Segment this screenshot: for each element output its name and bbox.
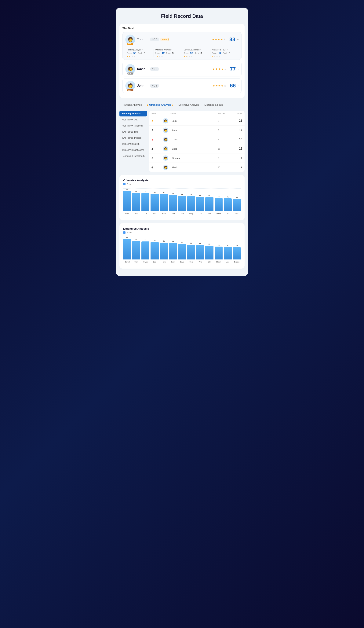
bar-fill bbox=[205, 197, 213, 211]
best-section: The Best 🧑 TOP 1 Tom NO 6 MVP ★ ★ ★ ★ ★ bbox=[119, 24, 245, 98]
nav-tab-offensive-indicator: ▶ bbox=[147, 104, 149, 106]
bar-col: 78 Gary bbox=[169, 188, 177, 211]
bar-label: Clark bbox=[135, 261, 138, 263]
bar-fill bbox=[142, 193, 149, 211]
table-body: 1 🧑 Jack 6 23 2 🧑 Alan 8 17 3 🧑 Clark 7 … bbox=[149, 116, 245, 172]
player-score-3: 66 bbox=[228, 83, 236, 89]
player-card-3[interactable]: 🧑 TOP 3 John NO 6 ★ ★ ★ ★ ★ 66 › bbox=[123, 78, 241, 93]
bar-value: 68 bbox=[199, 243, 201, 245]
player-card-2[interactable]: 🧑 TOP 2 Kavin NO 6 ★ ★ ★ ★ ★ 77 › bbox=[123, 62, 241, 77]
row-avatar: 🧑 bbox=[163, 146, 168, 151]
bar-col: 83 Leo bbox=[150, 237, 158, 259]
bar-fill bbox=[142, 241, 149, 259]
analysis-tab-offensive[interactable]: Offensive Analysis › Score 12 Rank 3 ★ ★… bbox=[154, 49, 182, 57]
bar-label: Leo bbox=[153, 261, 156, 263]
player-score-1: 88 bbox=[228, 36, 235, 42]
menu-item-running[interactable]: Running Analysis bbox=[119, 111, 147, 116]
bar-fill bbox=[150, 194, 158, 211]
bar-fill bbox=[215, 198, 222, 211]
table-row: 6 🧑 Hank 10 7 bbox=[149, 163, 245, 172]
nav-tab-offensive[interactable]: ▶ Offensive Analysis ◀ bbox=[145, 102, 176, 108]
bar-col: 66 Lily bbox=[205, 188, 213, 211]
bar-fill bbox=[196, 245, 204, 259]
row-avatar: 🧑 bbox=[163, 165, 168, 170]
menu-item-threepoints-missed[interactable]: Three Points (Missed) bbox=[119, 147, 147, 153]
bar-label: Hank bbox=[162, 213, 166, 215]
rank-badge-2: TOP 2 bbox=[127, 72, 134, 75]
analysis-tab-running[interactable]: Running Analysis › Score 50 Rank 3 ★ ★ ★… bbox=[125, 49, 154, 57]
bar-col: 58 Dennis bbox=[233, 237, 241, 259]
nav-tab-mistakes[interactable]: Mistakes & Fouls bbox=[202, 102, 226, 108]
th-avatar bbox=[163, 112, 170, 115]
bar-value: 58 bbox=[236, 245, 238, 247]
menu-item-freethrow-missed[interactable]: Free Throw (Missed) bbox=[119, 123, 147, 129]
menu-item-threepoints-hit[interactable]: Three Points (Hit) bbox=[119, 141, 147, 147]
analysis-tab-defensive[interactable]: Defensive Analysis › Score 38 Rank 3 ★ ★… bbox=[182, 49, 211, 57]
menu-item-rebound[interactable]: Rebound (Front Court) bbox=[119, 153, 147, 159]
menu-item-twopoints-missed[interactable]: Two Points (Missed) bbox=[119, 135, 147, 141]
player-no-1: NO 6 bbox=[150, 38, 159, 41]
offensive-bar-chart: 99 Clark 88 Alan 86 Cole 83 Leo 81 Hank … bbox=[123, 188, 241, 215]
bar-label: Daniel bbox=[125, 261, 130, 263]
bar-label: Tina bbox=[199, 213, 202, 215]
nav-tabs: Running Analysis ▶ Offensive Analysis ◀ … bbox=[119, 102, 245, 108]
table-header: Rank Name Number Times bbox=[149, 111, 245, 116]
offensive-legend-dot bbox=[123, 183, 126, 185]
bar-label: Cole bbox=[144, 213, 147, 215]
bar-value: 78 bbox=[172, 192, 174, 194]
star-1-2: ★ bbox=[215, 38, 217, 41]
bar-value: 66 bbox=[208, 195, 210, 197]
bar-fill bbox=[132, 241, 140, 259]
bar-value: 99 bbox=[126, 188, 128, 190]
bar-fill bbox=[169, 243, 177, 259]
th-name: Name bbox=[170, 112, 218, 115]
rank-badge-3: TOP 3 bbox=[127, 89, 134, 91]
row-times: 16 bbox=[231, 138, 242, 141]
bar-label: Tina bbox=[199, 261, 202, 263]
bar-col: 88 Clark bbox=[132, 237, 140, 259]
nav-tab-running[interactable]: Running Analysis bbox=[120, 102, 145, 108]
bar-col: 99 Clark bbox=[123, 188, 131, 211]
tab-mistakes-stats: Score 12 Rank 3 bbox=[212, 52, 237, 55]
defensive-chart-section: Defensive Analysis Score 99 Daniel 88 Cl… bbox=[119, 223, 245, 269]
chevron-right-2: › bbox=[238, 67, 239, 71]
bar-value: 74 bbox=[181, 193, 183, 195]
player-card-1[interactable]: 🧑 TOP 1 Tom NO 6 MVP ★ ★ ★ ★ ★ 88 ▾ bbox=[123, 32, 241, 60]
bar-value: 71 bbox=[190, 194, 192, 196]
bar-value: 99 bbox=[126, 237, 128, 238]
bar-col: 78 Gary bbox=[169, 237, 177, 259]
stars-1: ★ ★ ★ ★ ★ bbox=[212, 38, 226, 41]
bar-col: 68 Tina bbox=[196, 188, 204, 211]
row-number: 3 bbox=[218, 157, 231, 159]
player-name-1: Tom bbox=[137, 38, 148, 41]
bar-col: 86 Cole bbox=[142, 188, 149, 211]
row-times: 17 bbox=[231, 128, 242, 132]
bar-fill bbox=[205, 246, 213, 259]
player-name-2: Kavin bbox=[137, 67, 148, 71]
bar-col: 83 Leo bbox=[150, 188, 158, 211]
bar-label: Gary bbox=[171, 261, 175, 263]
player-right-1: ★ ★ ★ ★ ★ 88 ▾ bbox=[212, 36, 239, 42]
row-number: 8 bbox=[218, 129, 231, 132]
menu-item-twopoints-hit[interactable]: Two Points (Hit) bbox=[119, 129, 147, 135]
menu-item-freethrow-hit[interactable]: Free Throw (Hit) bbox=[119, 117, 147, 123]
bar-label: Luke bbox=[226, 261, 229, 263]
bar-col: 86 Owen bbox=[142, 237, 149, 259]
bar-fill bbox=[215, 246, 222, 259]
nav-tab-defensive[interactable]: Defensive Analysis bbox=[176, 102, 202, 108]
analysis-tab-mistakes[interactable]: Mistakes & Fouls › Score 12 Rank 3 ★ ★ ★… bbox=[211, 49, 239, 57]
tab-mistakes-stars: ★ ★ ★ ★ ★ bbox=[212, 55, 237, 57]
avatar-container-3: 🧑 TOP 3 bbox=[125, 81, 135, 91]
bar-col: 62 Chuck bbox=[215, 237, 222, 259]
row-name: Dennis bbox=[170, 157, 218, 159]
row-name: Hank bbox=[170, 166, 218, 169]
row-number: 6 bbox=[218, 119, 231, 122]
tab-defensive-stars: ★ ★ ★ ★ ★ bbox=[184, 55, 209, 57]
table-row: 5 🧑 Dennis 3 7 bbox=[149, 154, 245, 163]
bar-fill bbox=[123, 239, 131, 259]
bar-label: Cole bbox=[189, 261, 193, 263]
bar-fill bbox=[224, 247, 232, 259]
tab-running-stats: Score 50 Rank 3 bbox=[127, 52, 152, 55]
bar-col: 66 Lily bbox=[205, 237, 213, 259]
bar-label: Gary bbox=[171, 213, 175, 215]
